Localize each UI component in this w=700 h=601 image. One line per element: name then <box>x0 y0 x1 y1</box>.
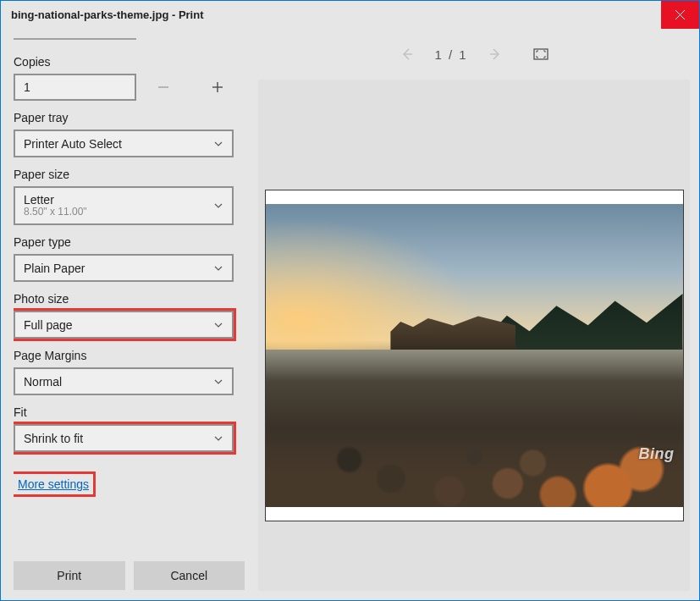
fit-select[interactable]: Shrink to fit <box>14 424 234 452</box>
plus-icon <box>211 80 224 94</box>
arrow-right-icon <box>488 47 503 62</box>
photo-size-label: Photo size <box>14 292 245 306</box>
fit-label: Fit <box>14 405 245 419</box>
paper-size-section: Paper size Letter 8.50" x 11.00" <box>14 168 245 225</box>
preview-page: Bing <box>265 190 684 521</box>
fit-to-page-button[interactable] <box>529 42 553 66</box>
prev-page-button[interactable] <box>395 42 419 66</box>
page-margins-label: Page Margins <box>14 349 245 362</box>
titlebar: bing-national-parks-theme.jpg - Print <box>1 1 699 29</box>
print-button[interactable]: Print <box>14 561 125 590</box>
paper-type-select[interactable]: Plain Paper <box>14 254 234 282</box>
paper-size-detail: 8.50" x 11.00" <box>24 207 87 218</box>
paper-tray-value: Printer Auto Select <box>24 137 122 151</box>
arrow-left-icon <box>400 47 415 62</box>
paper-size-select[interactable]: Letter 8.50" x 11.00" <box>14 186 234 225</box>
settings-panel: Copies Paper tray Printer Auto <box>1 29 255 600</box>
preview-toolbar: 1 / 1 <box>258 29 690 80</box>
photo-size-value: Full page <box>24 318 73 332</box>
fit-value: Shrink to fit <box>24 432 83 445</box>
paper-size-textcol: Letter 8.50" x 11.00" <box>24 193 87 218</box>
copies-section: Copies <box>14 55 245 101</box>
page-total: 1 <box>459 47 467 62</box>
next-page-button[interactable] <box>483 42 507 66</box>
paper-size-value: Letter <box>24 193 87 207</box>
copies-decrement-button[interactable] <box>136 74 190 101</box>
close-button[interactable] <box>661 1 699 29</box>
fit-page-icon <box>533 48 548 60</box>
page-margins-value: Normal <box>24 375 62 389</box>
page-indicator: 1 / 1 <box>434 47 467 62</box>
cancel-button[interactable]: Cancel <box>134 561 245 590</box>
settings-scroll-area: Copies Paper tray Printer Auto <box>14 45 245 538</box>
page-margins-section: Page Margins Normal <box>14 349 245 395</box>
paper-tray-section: Paper tray Printer Auto Select <box>14 111 245 157</box>
preview-frame: Bing <box>258 80 690 591</box>
copies-label: Copies <box>14 55 245 69</box>
photo-size-select[interactable]: Full page <box>14 311 234 339</box>
page-margins-select[interactable]: Normal <box>14 367 234 395</box>
copies-increment-button[interactable] <box>190 74 245 101</box>
dialog-body: Copies Paper tray Printer Auto <box>1 29 699 600</box>
window-title: bing-national-parks-theme.jpg - Print <box>1 8 661 21</box>
page-current: 1 <box>434 47 443 62</box>
watermark-text: Bing <box>639 445 675 463</box>
paper-size-label: Paper size <box>14 168 245 181</box>
copies-input[interactable] <box>14 74 136 101</box>
chevron-down-icon <box>213 201 223 211</box>
paper-tray-label: Paper tray <box>14 111 245 124</box>
chevron-down-icon <box>213 139 223 149</box>
print-dialog-window: bing-national-parks-theme.jpg - Print Co… <box>0 0 700 601</box>
dialog-footer: Print Cancel <box>14 561 245 590</box>
photo-size-section: Photo size Full page <box>14 292 245 339</box>
paper-type-section: Paper type Plain Paper <box>14 235 245 282</box>
chevron-down-icon <box>213 433 223 444</box>
copies-row <box>14 74 245 101</box>
paper-tray-select[interactable]: Printer Auto Select <box>14 130 234 157</box>
paper-type-value: Plain Paper <box>24 262 85 275</box>
preview-panel: 1 / 1 Bing <box>255 29 699 600</box>
chevron-down-icon <box>213 377 223 387</box>
more-settings-highlight: More settings <box>14 474 93 494</box>
paper-type-label: Paper type <box>14 235 245 249</box>
minus-icon <box>157 80 170 94</box>
page-separator: / <box>449 47 454 62</box>
divider <box>14 38 136 40</box>
preview-image: Bing <box>266 204 683 507</box>
fit-section: Fit Shrink to fit <box>14 405 245 452</box>
svg-rect-7 <box>534 49 548 59</box>
chevron-down-icon <box>213 320 223 330</box>
more-settings-link[interactable]: More settings <box>17 476 90 493</box>
close-icon <box>675 10 685 19</box>
chevron-down-icon <box>213 263 223 273</box>
